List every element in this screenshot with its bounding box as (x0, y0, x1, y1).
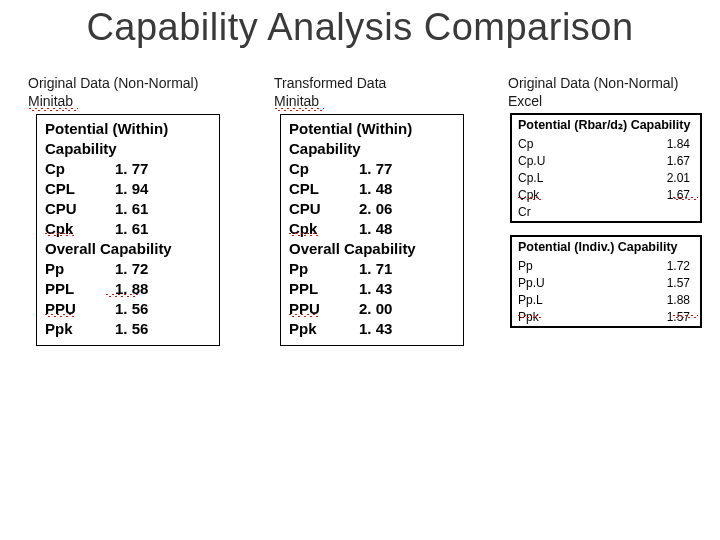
box2-cpu-label: CPU (289, 199, 359, 219)
excel-indiv-ppk-label: Ppk (518, 309, 539, 326)
box2-ppl-value: 1. 43 (359, 279, 392, 299)
box2-cpk-value: 1. 48 (359, 219, 392, 239)
box2-potential-header-a: Potential (Within) (289, 119, 455, 139)
box1-overall-header: Overall Capability (45, 239, 211, 259)
excel-rbar-cpu-value: 1.67 (667, 153, 690, 170)
box1-cpk-value: 1. 61 (115, 219, 148, 239)
excel-rbar-cpl-value: 2.01 (667, 170, 690, 187)
excel-indiv-ppl-label: Pp.L (518, 292, 543, 309)
box2-potential-header-b: Capability (289, 139, 455, 159)
box2-cp-label: Cp (289, 159, 359, 179)
box1-ppu-value: 1. 56 (115, 299, 148, 319)
box2-cpl-label: CPL (289, 179, 359, 199)
box2-cp-value: 1. 77 (359, 159, 392, 179)
box2-ppl-label: PPL (289, 279, 359, 299)
col2-line1: Transformed Data (274, 75, 386, 91)
box1-cpl-label: CPL (45, 179, 115, 199)
box2-pp-label: Pp (289, 259, 359, 279)
excel-box-indiv: Potential (Indiv.) Capability Pp1.72 Pp.… (510, 235, 702, 328)
excel-rbar-cpl-label: Cp.L (518, 170, 543, 187)
box1-ppl-label: PPL (45, 279, 115, 299)
excel-rbar-header: Potential (Rbar/d₂) Capability (512, 115, 700, 136)
col2-label: Transformed Data Minitab (274, 74, 494, 110)
col3-line1: Original Data (Non-Normal) (508, 75, 678, 91)
excel-rbar-cpk-label: Cpk (518, 187, 539, 204)
excel-column: Potential (Rbar/d₂) Capability Cp1.84 Cp… (510, 113, 702, 340)
box1-cpk-label: Cpk (45, 219, 115, 239)
box1-cpu-label: CPU (45, 199, 115, 219)
excel-box-rbar: Potential (Rbar/d₂) Capability Cp1.84 Cp… (510, 113, 702, 223)
box1-cp-label: Cp (45, 159, 115, 179)
excel-indiv-pp-label: Pp (518, 258, 533, 275)
box2-ppk-value: 1. 43 (359, 319, 392, 339)
capability-box-1: Potential (Within) Capability Cp1. 77 CP… (36, 114, 220, 346)
box2-ppk-label: Ppk (289, 319, 359, 339)
box1-cpl-value: 1. 94 (115, 179, 148, 199)
page-title: Capability Analysis Comparison (0, 6, 720, 49)
excel-indiv-header: Potential (Indiv.) Capability (512, 237, 700, 258)
excel-rbar-cpu-label: Cp.U (518, 153, 545, 170)
excel-indiv-pp-value: 1.72 (667, 258, 690, 275)
box1-cp-value: 1. 77 (115, 159, 148, 179)
box2-ppu-value: 2. 00 (359, 299, 392, 319)
excel-rbar-cp-label: Cp (518, 136, 533, 153)
col3-label: Original Data (Non-Normal) Excel (508, 74, 708, 110)
box2-cpu-value: 2. 06 (359, 199, 392, 219)
col1-line1: Original Data (Non-Normal) (28, 75, 198, 91)
col1-label: Original Data (Non-Normal) Minitab (28, 74, 248, 110)
excel-rbar-cpk-value: 1.67 (667, 187, 690, 204)
box1-ppl-value: 1. 88 (115, 279, 148, 299)
excel-rbar-cr-label: Cr (518, 204, 531, 221)
box1-ppk-label: Ppk (45, 319, 115, 339)
excel-indiv-ppk-value: 1.57 (667, 309, 690, 326)
box1-potential-header-a: Potential (Within) (45, 119, 211, 139)
excel-indiv-ppu-label: Pp.U (518, 275, 545, 292)
slide: Capability Analysis Comparison Original … (0, 0, 720, 540)
col3-line2: Excel (508, 93, 542, 109)
box2-ppu-label: PPU (289, 299, 359, 319)
col2-line2: Minitab (274, 93, 319, 109)
excel-indiv-ppl-value: 1.88 (667, 292, 690, 309)
box1-cpu-value: 1. 61 (115, 199, 148, 219)
excel-rbar-cp-value: 1.84 (667, 136, 690, 153)
capability-box-2: Potential (Within) Capability Cp1. 77 CP… (280, 114, 464, 346)
col1-line2: Minitab (28, 93, 73, 109)
box2-cpk-label: Cpk (289, 219, 359, 239)
excel-indiv-ppu-value: 1.57 (667, 275, 690, 292)
box2-cpl-value: 1. 48 (359, 179, 392, 199)
box2-pp-value: 1. 71 (359, 259, 392, 279)
box1-pp-label: Pp (45, 259, 115, 279)
box1-ppu-label: PPU (45, 299, 115, 319)
box2-overall-header: Overall Capability (289, 239, 455, 259)
box1-ppk-value: 1. 56 (115, 319, 148, 339)
box1-pp-value: 1. 72 (115, 259, 148, 279)
box1-potential-header-b: Capability (45, 139, 211, 159)
